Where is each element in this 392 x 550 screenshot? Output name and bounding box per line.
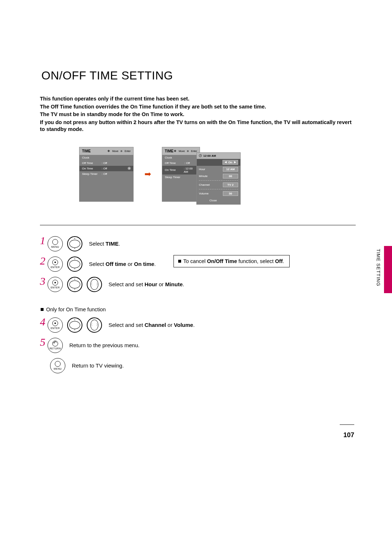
enter-button-icon: ENTER: [48, 256, 63, 272]
dpad-icon: ⌃⌄: [67, 277, 82, 292]
osd-row-offtime: Off Time Off: [162, 160, 200, 166]
bullet-square-icon: [178, 260, 181, 263]
popup-hour: Hour 12 AM: [197, 166, 240, 173]
osd-move-label: Move: [112, 150, 118, 152]
intro-line-1: This function operates only if the curre…: [40, 95, 356, 103]
cancel-note: To cancel On/Off Time function, select O…: [173, 255, 290, 267]
popup-channel: Channel TV 2: [197, 181, 240, 188]
dpad-icon: ⌃⌄: [67, 317, 82, 333]
step-6-text: Return to TV viewing.: [72, 362, 124, 369]
popup-time-value: 12:00 AM: [203, 154, 216, 157]
osd-move-label: Move: [179, 150, 185, 152]
popup-hour-value: 12 AM: [223, 167, 238, 172]
triangle-left-icon: ◀: [225, 161, 226, 164]
osd-left: TIME ✥ Move Enter Clock Off Time Off On …: [79, 147, 134, 202]
osd-row-sleep: Sleep Timer: [162, 175, 200, 180]
popup-minute: Minute 00: [197, 173, 240, 180]
step-1-text: Select TIME.: [89, 241, 120, 247]
page-heading: ON/OFF TIME SETTING: [41, 69, 356, 82]
radio-icon: [128, 167, 131, 170]
section-divider: [40, 225, 356, 225]
enter-dot-icon: [121, 150, 122, 152]
step-5-text: Return to the previous menu.: [69, 342, 139, 348]
step-6: MENU Return to TV viewing.: [50, 358, 356, 373]
osd-title: TIME ✥ Move Enter: [79, 147, 133, 155]
popup-time-header: 12:00 AM: [197, 153, 240, 159]
return-button-icon: RETURN: [48, 338, 63, 353]
popup-on-label: On: [228, 161, 232, 164]
popup-volume-value: 30: [223, 191, 238, 196]
intro-line-3: The TV must be in standby mode for the O…: [40, 111, 356, 118]
step-number: 2: [40, 255, 45, 266]
dpad-horizontal-icon: 〈〉: [87, 317, 102, 333]
enter-button-icon: ENTER: [48, 277, 63, 292]
step-number: 4: [40, 316, 45, 327]
osd-row-offtime: Off Time Off: [79, 160, 133, 166]
osd-title-text: TIME: [82, 149, 91, 153]
move-icon: ✥: [174, 149, 176, 153]
enter-dot-icon: [187, 150, 189, 152]
step-2-text: Select Off time or On time.: [89, 261, 156, 267]
intro-block: This function operates only if the curre…: [40, 95, 356, 133]
osd-title: TIME ✥ Move Enter: [162, 147, 200, 155]
osd-row-sleep: Sleep Timer Off: [79, 171, 133, 177]
osd-enter-label: Enter: [191, 150, 197, 152]
move-icon: ✥: [107, 149, 110, 153]
dpad-horizontal-icon: 〈〉: [87, 277, 102, 292]
footer-rule: [340, 424, 354, 425]
osd-row-clock: Clock: [162, 155, 200, 160]
dpad-icon: ⌃⌄: [67, 236, 82, 251]
side-tab-label: TIME SETTING: [376, 249, 381, 286]
osd-right: TIME ✥ Move Enter Clock Off Time Off: [162, 147, 200, 202]
osd-title-text: TIME: [165, 149, 173, 153]
popup-on-row: ◀ On ▶: [197, 159, 240, 166]
step-3: 3 ENTER ⌃⌄ 〈〉 Select and set Hour or Min…: [40, 277, 356, 292]
popup-close-row: Close: [197, 197, 240, 204]
step-5: 5 RETURN Return to the previous menu.: [40, 338, 356, 353]
step-4: 4 ENTER ⌃⌄ 〈〉 Select and set Channel or …: [40, 317, 356, 333]
osd-row-ontime-selected: On Time Off: [79, 166, 133, 171]
enter-button-icon: ENTER: [48, 317, 63, 333]
on-time-only-note: Only for On Time function: [41, 307, 356, 312]
ontime-popup: 12:00 AM ◀ On ▶ Hour 12 AM Minute 00: [196, 152, 241, 205]
menu-button-icon: MENU: [50, 358, 65, 373]
dpad-icon: ⌃⌄: [67, 256, 82, 272]
popup-close-button: Close: [209, 199, 228, 202]
osd-row-clock: Clock: [79, 155, 133, 160]
step-number: 3: [40, 276, 45, 287]
page-number: 107: [343, 431, 354, 439]
triangle-right-icon: ▶: [234, 161, 236, 164]
clock-icon: [199, 154, 202, 157]
step-1: 1 MENU ⌃⌄ Select TIME.: [40, 236, 356, 251]
step-3-text: Select and set Hour or Minute.: [109, 281, 184, 287]
popup-minute-value: 00: [223, 174, 238, 178]
arrow-right-icon: ➡: [144, 169, 151, 179]
osd-enter-label: Enter: [124, 150, 131, 152]
step-4-text: Select and set Channel or Volume.: [109, 322, 195, 328]
step-number: 5: [40, 337, 45, 348]
side-tab: [384, 246, 392, 293]
osd-row-ontime-selected: On Time 12:00 AM: [162, 166, 200, 175]
step-number: 1: [40, 235, 45, 246]
bullet-square-icon: [41, 308, 44, 311]
intro-line-2: The Off Time function overrides the On T…: [40, 103, 356, 111]
menu-button-icon: MENU: [48, 236, 63, 251]
popup-channel-value: TV 2: [223, 182, 238, 187]
intro-line-4: If you do not press any button within 2 …: [40, 119, 356, 133]
popup-volume: Volume 30: [197, 190, 240, 197]
